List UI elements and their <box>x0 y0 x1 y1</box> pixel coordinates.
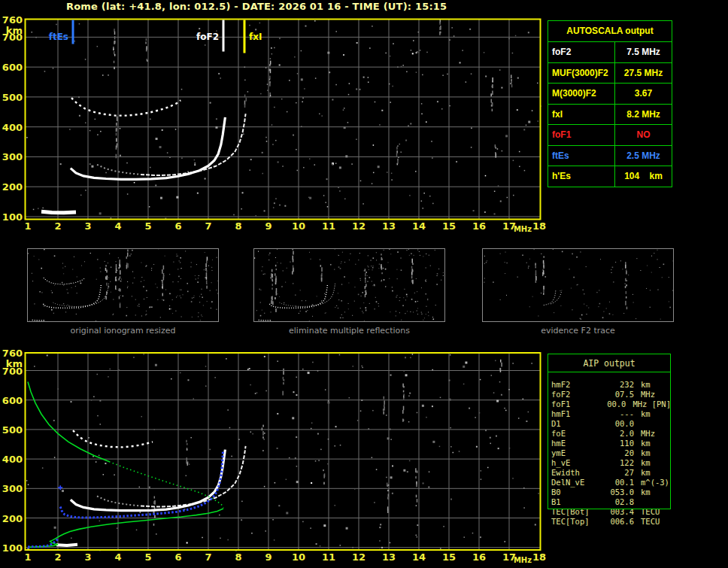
param-value: 7.5 MHz <box>615 42 672 62</box>
param-label: foF1 <box>548 399 600 409</box>
param-unit: TECU <box>641 517 660 527</box>
param-label: hmF2 <box>548 380 605 390</box>
table-row: foE2.0MHz <box>548 429 671 439</box>
x-tick-label: 13 <box>382 551 396 563</box>
y-axis-unit: km <box>6 25 23 36</box>
table-row: foF2 7.5 MHz <box>548 41 672 62</box>
param-value: 232 <box>605 380 634 390</box>
y-tick-label: 200 <box>2 513 23 524</box>
x-tick-label: 10 <box>292 220 305 232</box>
marker-label: foF2 <box>196 32 219 42</box>
table-row: B0053.0km <box>548 488 671 497</box>
param-value: 00.0 <box>605 419 634 429</box>
x-tick-label: 2 <box>54 551 61 563</box>
thumbnail-border <box>27 248 219 322</box>
param-label: TEC[Bot] <box>548 507 605 517</box>
table-row: foF100.0MHz [PN] <box>548 399 671 409</box>
param-value: 20 <box>605 448 634 458</box>
param-unit: MHz <box>641 429 655 439</box>
x-tick-label: 4 <box>114 551 121 563</box>
x-tick-label: 7 <box>205 220 211 232</box>
x-tick-label: 9 <box>265 551 271 563</box>
x-tick-label: 2 <box>54 220 61 232</box>
param-value: 00.0 <box>600 399 626 409</box>
param-value: 003.4 <box>605 507 634 517</box>
x-tick-label: 6 <box>174 551 181 563</box>
param-value: 2.0 <box>605 429 634 439</box>
x-tick-label: 11 <box>322 551 335 563</box>
y-tick-label: 600 <box>2 62 23 73</box>
param-value: 27.5 MHz <box>615 63 672 84</box>
param-label: MUF(3000)F2 <box>548 63 615 84</box>
x-tick-label: 15 <box>442 220 456 232</box>
bottom-profile-chart: 123456789101112131415161718MHz7607006005… <box>0 342 549 568</box>
marker-label: fxI <box>249 32 262 42</box>
y-tick-label: 500 <box>2 424 23 436</box>
param-unit: km <box>641 439 651 448</box>
aip-output-table: AIP output hmF2232kmfoF207.5MHzfoF100.0M… <box>548 354 671 527</box>
table-row: Ewidth27km <box>548 468 671 478</box>
table-row: TEC[Bot]003.4TECU <box>548 507 671 517</box>
table-row: h'Es 104 km <box>548 166 672 187</box>
x-tick-label: 7 <box>205 551 211 563</box>
param-label: foE <box>548 429 605 439</box>
table-row: D100.0 <box>548 419 671 429</box>
x-tick-label: 11 <box>322 220 335 232</box>
x-tick-label: 13 <box>382 220 396 232</box>
param-value: NO <box>615 125 672 145</box>
x-tick-label: 6 <box>174 220 181 232</box>
param-label: foF1 <box>548 125 615 145</box>
top-ionogram-chart: ftEsfoF2fxI123456789101112131415161718MH… <box>0 0 549 235</box>
param-value: 053.0 <box>605 488 634 497</box>
table-row: DelN_vE00.1m^(-3) <box>548 478 671 488</box>
thumbnail-original-ionogram <box>27 248 219 322</box>
table-row: h_vE122km <box>548 458 671 468</box>
y-tick-label: 760 <box>2 348 23 359</box>
x-tick-label: 8 <box>235 220 241 232</box>
thumbnail-caption: eliminate multiple reflections <box>253 326 445 336</box>
x-tick-label: 16 <box>472 551 486 563</box>
param-label: h_vE <box>548 458 605 468</box>
x-tick-label: 12 <box>352 220 366 232</box>
param-unit: km <box>641 380 651 390</box>
x-tick-label: 9 <box>265 220 271 232</box>
param-label: foF2 <box>548 390 605 399</box>
table-row: B102.8 <box>548 497 671 507</box>
param-unit: km <box>641 458 651 468</box>
thumbnail-caption: evidence F2 trace <box>482 326 674 336</box>
table-row: hmF1---km <box>548 409 671 419</box>
x-tick-label: 14 <box>412 551 426 563</box>
table-row: ymE20km <box>548 448 671 458</box>
param-value: 122 <box>605 458 634 468</box>
thumbnail-evidence-f2 <box>482 248 674 322</box>
table-row: ftEs 2.5 MHz <box>548 145 672 166</box>
thumbnail-border <box>253 248 445 322</box>
param-label: foF2 <box>548 42 615 62</box>
y-tick-label: 100 <box>2 211 23 223</box>
table-row: hmE110km <box>548 439 671 448</box>
param-value: 2.5 MHz <box>615 146 672 166</box>
table-row: M(3000)F2 3.67 <box>548 83 672 104</box>
x-tick-label: 14 <box>412 220 426 232</box>
x-tick-label: 1 <box>24 220 31 232</box>
thumbnail-caption: original ionogram resized <box>27 326 219 336</box>
y-tick-label: 300 <box>2 483 23 494</box>
param-unit: km <box>641 488 651 497</box>
param-value: 27 <box>605 468 634 478</box>
table-row: foF207.5MHz <box>548 390 671 399</box>
thumbnail-eliminate-reflections <box>253 248 445 322</box>
param-label: hmE <box>548 439 605 448</box>
x-tick-label: 8 <box>235 551 241 563</box>
x-tick-label: 10 <box>292 551 305 563</box>
table-row: hmF2232km <box>548 380 671 390</box>
y-tick-label: 500 <box>2 92 23 103</box>
y-tick-label: 300 <box>2 151 23 163</box>
param-value: 3.67 <box>615 84 672 104</box>
param-value: 8.2 MHz <box>615 105 672 125</box>
x-tick-label: 12 <box>352 551 366 563</box>
table-row: foF1 NO <box>548 124 672 145</box>
param-label: D1 <box>548 419 605 429</box>
param-value: 104 km <box>615 166 672 187</box>
x-tick-label: 5 <box>144 551 151 563</box>
y-tick-label: 400 <box>2 454 23 465</box>
